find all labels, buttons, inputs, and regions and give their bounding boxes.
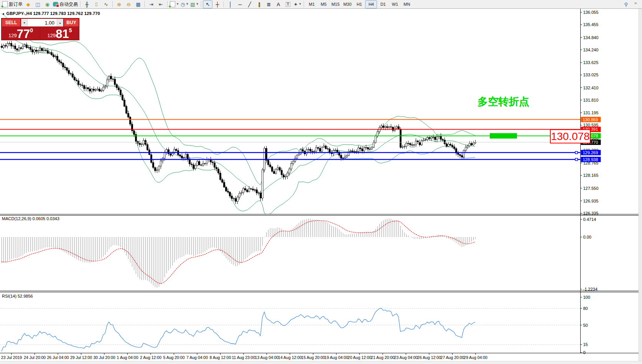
symbol-quote[interactable]: ▲ GBPJPY-,H4 129.777 129.783 129.762 129… — [2, 11, 100, 16]
horizontal-line-icon-glyph: ─ — [238, 2, 242, 7]
timeframe-m30-button[interactable]: M30 — [341, 0, 353, 8]
collapse-arrow-icon[interactable]: ▲ — [2, 12, 5, 15]
svg-text:126.335: 126.335 — [583, 211, 599, 216]
volume-up-button[interactable]: ▲ — [57, 19, 63, 26]
sell-button[interactable]: SELL — [2, 18, 21, 27]
price-callout-box[interactable]: 130.078 — [550, 129, 591, 143]
timeframe-m15-button[interactable]: M15 — [329, 0, 341, 8]
text-icon-glyph: A — [277, 2, 280, 7]
fibonacci-icon-glyph: ≣ — [267, 2, 271, 7]
time-label: 30 Jul 20:00 — [93, 355, 115, 360]
price-tag-129.269[interactable]: 129.269 — [581, 150, 601, 155]
volume-input[interactable]: 1.00 — [28, 19, 57, 26]
text-label-icon[interactable]: T — [283, 0, 293, 8]
time-label: 29 Jul 12:00 — [70, 355, 92, 360]
toolbar: 新订单◆◫◉自动交易╫⌷∿⊕⊖▦⇥⇤▼◷▼▧▼↖┼│─╱∥≣AT✦▼M1M5M1… — [0, 0, 642, 9]
market-watch-icon[interactable]: ◆ — [23, 0, 33, 8]
auto-trading-button-label: 自动交易 — [59, 2, 78, 7]
zoom-out-icon-glyph: ⊖ — [127, 2, 131, 7]
timeframe-m5-button[interactable]: M5 — [318, 0, 329, 8]
crosshair-icon[interactable]: ┼ — [212, 0, 222, 8]
buy-button[interactable]: BUY — [64, 18, 79, 27]
svg-text:128.938: 128.938 — [583, 157, 598, 162]
toolbar-separator — [80, 1, 81, 7]
horizontal-line-icon[interactable]: ─ — [235, 0, 245, 8]
time-label: 1 Aug 04:00 — [117, 355, 138, 360]
candlestick-chart-icon[interactable]: ⌷ — [92, 0, 101, 8]
data-window-icon[interactable]: ◫ — [33, 0, 43, 8]
arrows-dropdown-glyph: ✦ — [293, 2, 298, 7]
chart-shift-icon-glyph: ⇤ — [159, 2, 163, 7]
templates-dropdown-glyph: ▧ — [190, 2, 195, 7]
search-icon[interactable]: ⚲ — [621, 0, 631, 8]
toolbar-separator — [112, 1, 113, 7]
templates-dropdown[interactable]: ▧▼ — [189, 0, 199, 8]
svg-text:133.025: 133.025 — [583, 72, 599, 77]
new-chart-dropdown[interactable]: ▼ — [169, 0, 180, 8]
equidistant-channel-icon[interactable]: ∥ — [254, 0, 264, 8]
fibonacci-icon[interactable]: ≣ — [264, 0, 273, 8]
time-label: 24 Jul 20:00 — [24, 355, 46, 360]
zoom-in-icon[interactable]: ⊕ — [114, 0, 124, 8]
svg-text:135.455: 135.455 — [583, 22, 599, 27]
dropdown-arrow-icon: ▼ — [186, 3, 189, 6]
window-right-edge — [639, 9, 642, 364]
svg-text:127.550: 127.550 — [583, 186, 599, 191]
symbol-quote-text: GBPJPY-,H4 129.777 129.783 129.762 129.7… — [6, 11, 100, 16]
sell-price[interactable]: 129770 — [2, 27, 40, 40]
price-tag-128.938[interactable]: 128.938 — [581, 157, 601, 162]
auto-scroll-icon[interactable]: ⇥ — [147, 0, 156, 8]
time-label: 29 Aug 04:00 — [464, 355, 487, 360]
svg-text:0.4714: 0.4714 — [583, 217, 596, 222]
timeframe-h4-button[interactable]: H4 — [365, 0, 377, 8]
signals-icon-glyph: ◉ — [45, 2, 49, 7]
chart-text-annotation[interactable]: 多空转折点 — [477, 95, 529, 109]
tile-windows-icon-glyph: ▦ — [136, 2, 140, 7]
rsi-indicator-label: RSI(14) 52.9856 — [2, 294, 33, 298]
time-axis[interactable]: 23 Jul 201924 Jul 20:0026 Jul 04:0029 Ju… — [0, 353, 580, 361]
macd-indicator-label: MACD(12,26,9) 0.0605 0.0343 — [2, 216, 59, 221]
svg-text:0.00: 0.00 — [583, 235, 591, 239]
timeframe-d1-button[interactable]: D1 — [377, 0, 389, 8]
line-chart-icon[interactable]: ∿ — [101, 0, 111, 8]
svg-text:131.810: 131.810 — [583, 98, 599, 102]
svg-text:134.240: 134.240 — [583, 48, 599, 52]
tile-windows-icon[interactable]: ▦ — [133, 0, 143, 8]
text-icon[interactable]: A — [273, 0, 283, 8]
buy-price[interactable]: 129815 — [40, 27, 79, 40]
periods-dropdown[interactable]: ◷▼ — [180, 0, 189, 8]
time-label: 7 Aug 04:00 — [186, 355, 208, 360]
price-tag-130.869[interactable]: 130.869 — [581, 117, 601, 122]
timeframe-w1-button[interactable]: W1 — [389, 0, 401, 8]
sell-price-pip: 0 — [30, 27, 33, 33]
timeframe-mn-button[interactable]: MN — [401, 0, 413, 8]
chart-canvas[interactable]: 136.055135.455134.840134.240133.625133.0… — [0, 9, 642, 364]
volume-down-button[interactable]: ▼ — [21, 19, 28, 26]
vertical-line-icon[interactable]: │ — [226, 0, 235, 8]
svg-text:130.869: 130.869 — [583, 117, 598, 122]
new-document-icon — [170, 1, 175, 7]
zoom-out-icon[interactable]: ⊖ — [124, 0, 133, 8]
chat-icon[interactable]: ❞ — [631, 0, 640, 8]
cursor-icon[interactable]: ↖ — [203, 0, 212, 8]
signals-icon[interactable]: ◉ — [43, 0, 52, 8]
new-order-button[interactable]: 新订单 — [2, 0, 23, 8]
chart-shift-icon[interactable]: ⇤ — [156, 0, 166, 8]
mt4-window: 新订单◆◫◉自动交易╫⌷∿⊕⊖▦⇥⇤▼◷▼▧▼↖┼│─╱∥≣AT✦▼M1M5M1… — [0, 0, 642, 364]
zoom-in-icon-glyph: ⊕ — [117, 2, 121, 7]
auto-trading-icon — [53, 2, 58, 7]
bar-chart-icon[interactable]: ╫ — [82, 0, 92, 8]
trendline-icon[interactable]: ╱ — [245, 0, 254, 8]
highlight-zone[interactable] — [490, 133, 517, 138]
line-chart-icon-glyph: ∿ — [104, 2, 108, 7]
svg-text:129.269: 129.269 — [583, 150, 598, 155]
window-bottom-edge — [0, 361, 642, 364]
timeframe-h1-button[interactable]: H1 — [353, 0, 365, 8]
auto-trading-button[interactable]: 自动交易 — [52, 0, 79, 8]
dropdown-arrow-icon: ▼ — [196, 3, 199, 6]
svg-text:0: 0 — [583, 350, 586, 355]
timeframe-m1-button[interactable]: M1 — [306, 0, 318, 8]
market-watch-icon-glyph: ◆ — [26, 2, 30, 7]
arrows-dropdown[interactable]: ✦▼ — [293, 0, 302, 8]
new-document-icon — [2, 1, 8, 7]
